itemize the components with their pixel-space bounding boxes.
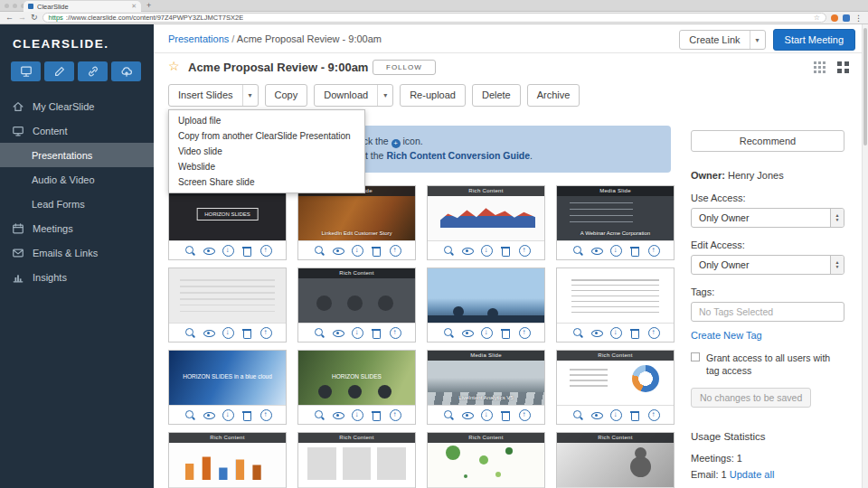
new-tab-button[interactable]: + xyxy=(146,1,151,10)
delete-button[interactable]: Delete xyxy=(472,84,521,107)
move-circle-icon[interactable] xyxy=(259,409,271,421)
tab-close-icon[interactable]: ✕ xyxy=(131,3,137,10)
preview-eye-icon[interactable] xyxy=(203,245,214,257)
move-circle-icon[interactable] xyxy=(518,327,530,339)
download-circle-icon[interactable] xyxy=(222,409,233,421)
download-circle-icon[interactable] xyxy=(480,245,492,257)
url-input[interactable]: https ://www.clearslide.com/content/97Z4… xyxy=(42,13,826,23)
start-meeting-button[interactable]: Start Meeting xyxy=(773,29,855,51)
slide-thumbnail[interactable]: Rich Content xyxy=(557,433,674,487)
trash-icon[interactable] xyxy=(241,245,252,257)
download-circle-icon[interactable] xyxy=(609,409,621,421)
sidebar-item-insights[interactable]: Insights xyxy=(0,265,154,289)
conversion-guide-link[interactable]: Rich Content Conversion Guide xyxy=(386,150,530,161)
extension-orange-icon[interactable] xyxy=(831,14,838,22)
download-circle-icon[interactable] xyxy=(480,327,492,339)
window-close-icon[interactable] xyxy=(5,4,9,8)
move-circle-icon[interactable] xyxy=(389,409,401,421)
use-access-select[interactable]: Only Owner ▲▼ xyxy=(691,208,844,228)
slide-thumbnail[interactable]: Rich Content xyxy=(169,433,286,487)
scrollbar[interactable] xyxy=(862,24,868,488)
insert-slides-button[interactable]: Insert Slides ▾ xyxy=(168,84,259,107)
update-all-link[interactable]: Update all xyxy=(730,469,775,480)
grant-access-checkbox[interactable] xyxy=(691,352,700,361)
sidebar-item-presentations[interactable]: Presentations xyxy=(0,143,154,167)
trash-icon[interactable] xyxy=(628,327,640,339)
preview-eye-icon[interactable] xyxy=(203,327,214,339)
slide-thumbnail[interactable] xyxy=(428,268,544,323)
zoom-icon[interactable] xyxy=(571,245,583,257)
cloud-upload-icon[interactable] xyxy=(111,61,141,81)
slide-thumbnail[interactable]: Rich Content xyxy=(298,433,415,487)
window-minimize-icon[interactable] xyxy=(13,4,17,8)
sidebar-item-content[interactable]: Content xyxy=(0,118,154,143)
back-icon[interactable]: ← xyxy=(5,14,14,22)
download-button[interactable]: Download ▾ xyxy=(314,84,393,107)
menu-item-webslide[interactable]: Webslide xyxy=(169,159,364,174)
preview-eye-icon[interactable] xyxy=(203,409,214,421)
insert-slides-caret-icon[interactable]: ▾ xyxy=(242,85,258,106)
move-circle-icon[interactable] xyxy=(259,245,271,257)
slide-thumbnail[interactable]: Media SlideLinkedIn Edit Customer Story xyxy=(298,186,415,240)
recommend-button[interactable]: Recommend xyxy=(691,130,844,152)
scrollbar-thumb[interactable] xyxy=(863,28,867,145)
move-circle-icon[interactable] xyxy=(647,245,659,257)
create-new-tag-link[interactable]: Create New Tag xyxy=(691,330,859,341)
zoom-icon[interactable] xyxy=(571,327,583,339)
zoom-icon[interactable] xyxy=(184,327,195,339)
sidebar-item-emails-links[interactable]: Emails & Links xyxy=(0,240,154,265)
bookmark-star-icon[interactable]: ☆ xyxy=(814,14,820,22)
download-circle-icon[interactable] xyxy=(222,245,233,257)
link-icon[interactable] xyxy=(78,61,108,81)
trash-icon[interactable] xyxy=(499,327,511,339)
slide-thumbnail[interactable]: Media SlideA Webinar Acme Corporation xyxy=(557,186,674,240)
move-circle-icon[interactable] xyxy=(518,245,530,257)
trash-icon[interactable] xyxy=(241,409,252,421)
move-circle-icon[interactable] xyxy=(389,327,401,339)
slide-thumbnail[interactable]: Rich Content xyxy=(298,268,415,323)
trash-icon[interactable] xyxy=(370,245,382,257)
zoom-icon[interactable] xyxy=(571,409,583,421)
reupload-button[interactable]: Re-upload xyxy=(400,84,466,107)
trash-icon[interactable] xyxy=(628,409,640,421)
refresh-icon[interactable]: ↻ xyxy=(31,14,38,22)
download-circle-icon[interactable] xyxy=(222,327,233,339)
download-circle-icon[interactable] xyxy=(351,409,363,421)
forward-icon[interactable]: → xyxy=(18,14,26,22)
download-caret-icon[interactable]: ▾ xyxy=(377,85,392,106)
sidebar-item-lead-forms[interactable]: Lead Forms xyxy=(0,192,154,216)
move-circle-icon[interactable] xyxy=(647,409,659,421)
tags-input[interactable]: No Tags Selected xyxy=(691,302,844,322)
menu-item-video-slide[interactable]: Video slide xyxy=(169,144,364,159)
slide-thumbnail[interactable]: Rich Content xyxy=(428,186,544,240)
zoom-icon[interactable] xyxy=(184,245,195,257)
slide-thumbnail[interactable] xyxy=(557,268,674,323)
presentation-screen-icon[interactable] xyxy=(11,61,41,81)
small-grid-view-icon[interactable] xyxy=(814,61,826,74)
compose-icon[interactable] xyxy=(44,61,74,81)
slide-thumbnail[interactable]: HORIZON SLIDES xyxy=(298,351,415,405)
slide-thumbnail[interactable]: Media SlideLiveIntent Analytics V5 xyxy=(428,351,544,405)
download-circle-icon[interactable] xyxy=(609,245,621,257)
archive-button[interactable]: Archive xyxy=(527,84,580,107)
menu-item-upload-file[interactable]: Upload file xyxy=(169,113,364,128)
breadcrumb-presentations-link[interactable]: Presentations xyxy=(168,33,229,44)
zoom-icon[interactable] xyxy=(313,327,325,339)
sidebar-item-audio-video[interactable]: Audio & Video xyxy=(0,167,154,192)
zoom-icon[interactable] xyxy=(313,409,325,421)
move-circle-icon[interactable] xyxy=(647,327,659,339)
trash-icon[interactable] xyxy=(499,409,511,421)
download-circle-icon[interactable] xyxy=(351,245,363,257)
preview-eye-icon[interactable] xyxy=(332,409,344,421)
slide-thumbnail[interactable]: Rich ContentHORIZON SLIDES xyxy=(169,186,286,240)
create-link-caret-icon[interactable]: ▾ xyxy=(750,31,765,49)
slide-thumbnail[interactable] xyxy=(169,268,286,323)
sidebar-item-my-clearslide[interactable]: My ClearSlide xyxy=(0,94,154,118)
download-circle-icon[interactable] xyxy=(480,409,492,421)
browser-menu-icon[interactable]: ⋮ xyxy=(854,14,863,23)
sidebar-item-meetings[interactable]: Meetings xyxy=(0,216,154,240)
edit-access-select[interactable]: Only Owner ▲▼ xyxy=(691,255,844,275)
move-circle-icon[interactable] xyxy=(518,409,530,421)
zoom-icon[interactable] xyxy=(313,245,325,257)
trash-icon[interactable] xyxy=(370,409,382,421)
